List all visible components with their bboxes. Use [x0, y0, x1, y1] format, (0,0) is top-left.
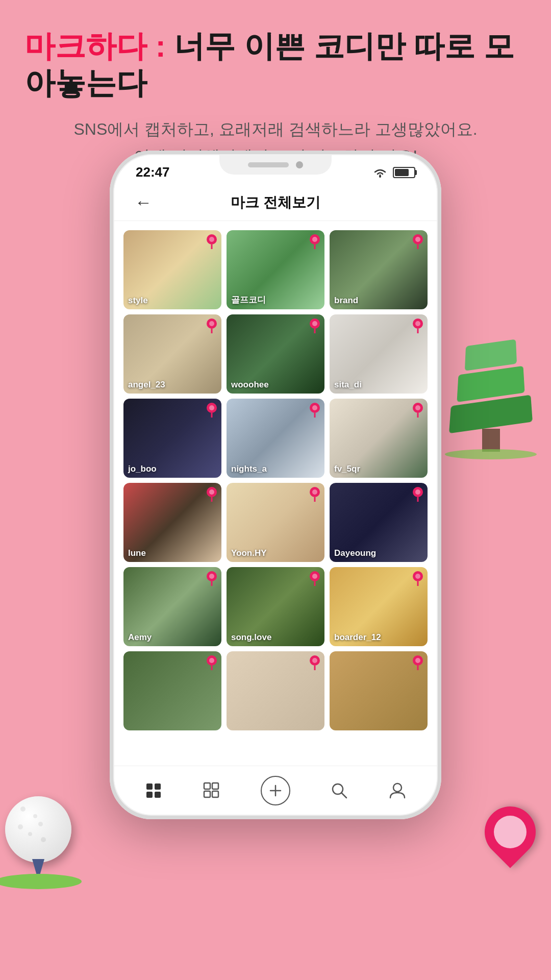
tree-decoration	[445, 342, 537, 459]
header-title: 마크하다 : 너무 이쁜 코디만 따로 모아놓는다	[24, 28, 527, 102]
bottom-nav	[114, 766, 437, 815]
header-section: 마크하다 : 너무 이쁜 코디만 따로 모아놓는다 SNS에서 캡처하고, 요래…	[24, 28, 527, 170]
grid-item[interactable]: fv_5qr	[330, 399, 428, 478]
svg-rect-40	[155, 792, 161, 798]
phone-notch	[219, 155, 332, 175]
pin-icon[interactable]	[309, 655, 321, 670]
phone-screen: 22:47 ← 마크 전체보기	[114, 155, 437, 815]
pin-icon[interactable]	[412, 571, 424, 586]
grid-item[interactable]	[227, 651, 324, 730]
grid-item[interactable]: wooohee	[227, 314, 324, 394]
pin-icon[interactable]	[309, 318, 321, 333]
grid-item[interactable]: sita_di	[330, 314, 428, 394]
pin-icon[interactable]	[309, 402, 321, 418]
pin-icon[interactable]	[206, 234, 218, 249]
grid-item[interactable]: boarder_12	[330, 567, 428, 646]
grid-item[interactable]: Aemy	[123, 567, 221, 646]
svg-point-10	[312, 321, 317, 326]
svg-point-24	[415, 489, 420, 495]
grid-item-label: nights_a	[231, 464, 267, 474]
shop-icon[interactable]	[203, 781, 221, 800]
pin-icon[interactable]	[206, 318, 218, 333]
grid-item[interactable]: nights_a	[227, 399, 324, 478]
status-time: 22:47	[136, 164, 170, 180]
grid-item-label: 골프코디	[231, 294, 266, 306]
pin-icon[interactable]	[206, 655, 218, 670]
svg-point-36	[415, 658, 420, 663]
grid-item[interactable]: song.love	[227, 567, 324, 646]
add-nav-item[interactable]	[261, 776, 290, 805]
wifi-icon	[372, 167, 388, 178]
grid-item[interactable]: jo_boo	[123, 399, 221, 478]
svg-point-22	[312, 489, 317, 495]
search-nav-item[interactable]	[330, 781, 348, 800]
grid-item-label: jo_boo	[128, 464, 157, 474]
pin-icon[interactable]	[206, 571, 218, 586]
pin-icon[interactable]	[412, 234, 424, 249]
grid-item-label: Yoon.HY	[231, 548, 267, 558]
notch-speaker	[248, 162, 289, 167]
battery-icon	[393, 167, 415, 178]
pin-icon[interactable]	[309, 571, 321, 586]
svg-point-30	[415, 574, 420, 579]
svg-point-14	[209, 405, 214, 410]
grid-item-label: Dayeoung	[334, 548, 376, 558]
grid-item[interactable]: angel_23	[123, 314, 221, 394]
grid-item[interactable]: style	[123, 230, 221, 309]
grid-item-label: angel_23	[128, 380, 165, 390]
back-button[interactable]: ←	[135, 192, 152, 212]
grid-row	[123, 651, 428, 730]
profile-icon[interactable]	[388, 781, 407, 800]
nav-title: 마크 전체보기	[231, 193, 320, 212]
grid-item-label: brand	[334, 296, 358, 306]
grid-item[interactable]: Yoon.HY	[227, 483, 324, 562]
search-icon[interactable]	[330, 781, 348, 800]
add-icon[interactable]	[268, 783, 283, 798]
grid-item-label: song.love	[231, 632, 271, 643]
grid-item[interactable]: lune	[123, 483, 221, 562]
grid-row: jo_boo nights_a fv_5qr	[123, 399, 428, 478]
pin-icon[interactable]	[206, 402, 218, 418]
notch-camera	[296, 161, 303, 168]
grid-item-label: style	[128, 296, 148, 306]
svg-point-26	[209, 574, 214, 579]
grid-item-label: wooohee	[231, 380, 269, 390]
grid-item-label: sita_di	[334, 380, 362, 390]
pin-icon[interactable]	[412, 402, 424, 418]
svg-point-49	[393, 783, 402, 792]
shop-nav-item[interactable]	[203, 781, 221, 800]
grid-row: style 골프코디 brand	[123, 230, 428, 309]
svg-rect-42	[212, 783, 218, 789]
svg-point-8	[209, 321, 214, 326]
grid-item[interactable]: Dayeoung	[330, 483, 428, 562]
grid-row: angel_23 wooohee sita_di	[123, 314, 428, 394]
grid-area[interactable]: style 골프코디 brand angel_23 wooohee sita_d…	[114, 221, 437, 766]
svg-rect-41	[204, 783, 210, 789]
svg-point-47	[333, 784, 343, 794]
grid-item[interactable]: 골프코디	[227, 230, 324, 309]
subtitle-line1: SNS에서 캡처하고, 요래저래 검색하느라 고생많았어요.	[24, 116, 527, 143]
pin-icon[interactable]	[309, 486, 321, 502]
pin-icon[interactable]	[206, 486, 218, 502]
svg-rect-43	[204, 791, 210, 797]
svg-line-48	[342, 793, 346, 798]
pin-icon[interactable]	[412, 486, 424, 502]
grid-item-label: Aemy	[128, 632, 152, 643]
pin-icon[interactable]	[412, 655, 424, 670]
home-nav-item[interactable]	[144, 781, 163, 800]
grid-item-label: fv_5qr	[334, 464, 360, 474]
grid-row: Aemy song.love boarder_12	[123, 567, 428, 646]
svg-rect-37	[146, 783, 153, 790]
pin-icon[interactable]	[412, 318, 424, 333]
pin-icon[interactable]	[309, 234, 321, 249]
grid-item[interactable]	[330, 651, 428, 730]
home-icon[interactable]	[144, 781, 163, 800]
app-nav: ← 마크 전체보기	[114, 184, 437, 221]
grid-item[interactable]: brand	[330, 230, 428, 309]
phone-mockup: 22:47 ← 마크 전체보기	[110, 151, 441, 819]
profile-nav-item[interactable]	[388, 781, 407, 800]
svg-point-4	[312, 237, 317, 242]
svg-point-18	[415, 405, 420, 410]
grid-row: lune Yoon.HY Dayeoung	[123, 483, 428, 562]
grid-item[interactable]	[123, 651, 221, 730]
